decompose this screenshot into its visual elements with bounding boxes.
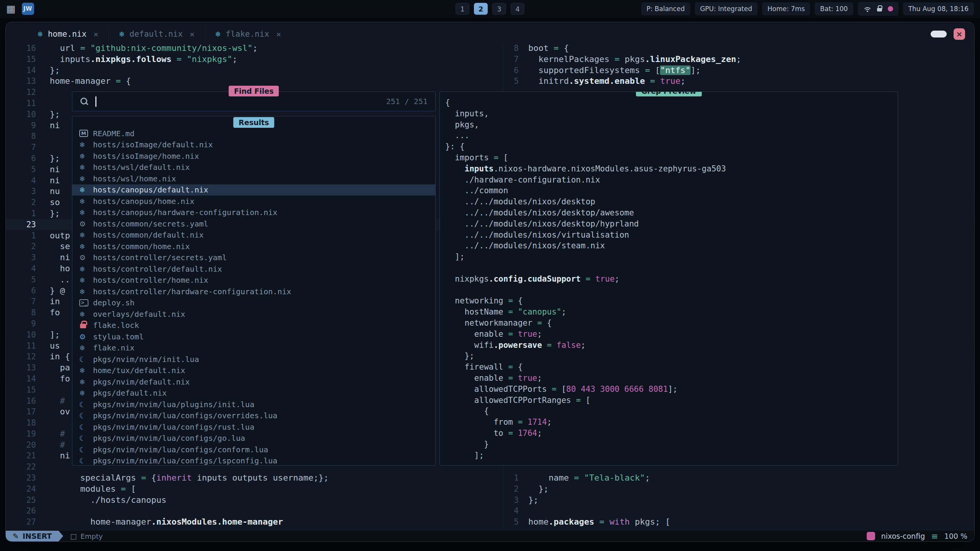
match-count: 251 / 251 <box>386 97 428 106</box>
close-tab-icon[interactable]: × <box>189 29 194 39</box>
result-item[interactable]: pkgs/nvim/nvim/lua/configs/go.lua <box>72 433 435 444</box>
find-files-title: Find Files <box>229 86 279 96</box>
file-icon <box>79 320 93 330</box>
result-item[interactable]: pkgs/nvim/nvim/lua/configs/overrides.lua <box>72 410 435 422</box>
result-item[interactable]: hosts/controller/secrets.yaml <box>72 252 435 264</box>
find-files-results: Results README.md hosts/isoImage/default… <box>72 116 436 466</box>
result-item[interactable]: hosts/common/home.nix <box>72 241 435 252</box>
result-item[interactable]: deploy.sh <box>72 297 435 309</box>
tab[interactable]: ❄ default.nix × <box>108 25 204 43</box>
close-tab-icon[interactable]: × <box>276 29 281 39</box>
tab[interactable]: ❄ home.nix × <box>27 25 108 43</box>
line-number: 7 <box>6 142 50 153</box>
file-icon <box>79 174 93 184</box>
file-icon <box>79 264 93 274</box>
result-item[interactable]: hosts/common/default.nix <box>72 230 435 241</box>
workspace-button[interactable]: 4 <box>511 3 524 15</box>
line-number: 14 <box>6 373 50 385</box>
file-icon <box>79 185 93 195</box>
result-item[interactable]: pkgs/nvim/nvim/lua/configs/rust.lua <box>72 421 435 433</box>
result-label: pkgs/nvim/nvim/lua/configs/go.lua <box>93 434 245 443</box>
code-line: 13home-manager = { <box>6 76 503 87</box>
clock: Thu Aug 08, 18:16 <box>903 2 974 15</box>
file-icon <box>79 388 93 398</box>
status-pill-label: Bat: 100 <box>820 5 848 13</box>
line-number: 5 <box>6 274 50 285</box>
status-pill-label: Home: 7ms <box>768 5 805 13</box>
result-item[interactable]: flake.nix <box>72 342 435 354</box>
line-number: 13 <box>6 76 50 87</box>
workspace-button[interactable]: 2 <box>474 3 488 15</box>
status-line-right: nixos-config ≡ 100 % <box>867 531 974 541</box>
tab[interactable]: ❄ flake.nix × <box>205 25 291 43</box>
file-icon <box>79 162 93 172</box>
result-item[interactable]: hosts/wsl/home.nix <box>72 173 435 184</box>
result-item[interactable]: stylua.toml <box>72 331 435 342</box>
result-item[interactable]: pkgs/nvim/nvim/lua/configs/lspconfig.lua <box>72 455 435 466</box>
code-line: ../../modules/nixos/desktop/awesome <box>445 207 898 218</box>
workspace-label: 3 <box>497 5 501 13</box>
code-line: 24 modules = [ <box>6 484 503 495</box>
close-window-button[interactable]: × <box>954 28 965 40</box>
indicator-dot-icon <box>888 6 893 11</box>
logo-badge[interactable]: JW <box>22 3 34 15</box>
code-line: 16 url = "github:nix-community/nixos-wsl… <box>6 43 503 54</box>
code-line: pkgs, <box>445 119 898 130</box>
line-number: 1 <box>503 473 528 484</box>
line-number: 24 <box>6 484 50 495</box>
result-label: hosts/wsl/default.nix <box>93 163 190 172</box>
file-icon <box>79 399 93 409</box>
result-item[interactable]: hosts/controller/hardware-configuration.… <box>72 286 435 297</box>
result-item[interactable]: hosts/canopus/default.nix <box>72 184 435 196</box>
file-icon <box>79 422 93 432</box>
nix-snowflake-icon: ❄ <box>215 30 221 38</box>
result-item[interactable]: hosts/common/secrets.yaml <box>72 218 435 230</box>
line-number: 6 <box>503 65 528 76</box>
status-line: INSERT Empty nixos-config ≡ 100 % <box>6 531 974 541</box>
code-line: 5home.packages = with pkgs; [ <box>503 517 974 528</box>
result-item[interactable]: README.md <box>72 128 435 139</box>
result-label: pkgs/nvim/nvim/lua/configs/overrides.lua <box>93 411 278 420</box>
result-item[interactable]: pkgs/nvim/nvim/lua/configs/conform.lua <box>72 444 435 455</box>
line-number: 2 <box>6 197 50 208</box>
result-item[interactable]: hosts/controller/default.nix <box>72 263 435 275</box>
result-item[interactable]: overlays/default.nix <box>72 308 435 320</box>
find-files-prompt[interactable]: Find Files 251 / 251 <box>72 91 436 111</box>
mode-label: INSERT <box>23 532 52 540</box>
result-item[interactable]: pkgs/nvim/default.nix <box>72 376 435 388</box>
result-item[interactable]: hosts/wsl/default.nix <box>72 162 435 173</box>
line-number: 3 <box>6 186 50 197</box>
result-item[interactable]: pkgs/nvim/nvim/init.lua <box>72 354 435 365</box>
result-item[interactable]: flake.lock <box>72 320 435 331</box>
workspace-button[interactable]: 3 <box>492 3 506 15</box>
code-line: 25 ./hosts/canopus <box>6 495 503 506</box>
code-line: }; <box>445 350 898 362</box>
status-pill: Bat: 100 <box>815 2 853 15</box>
result-item[interactable]: pkgs/default.nix <box>72 388 435 399</box>
workspace-button[interactable]: 1 <box>456 3 469 15</box>
result-item[interactable]: hosts/canopus/hardware-configuration.nix <box>72 207 435 218</box>
result-item[interactable]: home/tux/default.nix <box>72 365 435 377</box>
result-label: hosts/controller/default.nix <box>93 264 222 274</box>
file-status: Empty <box>63 532 109 540</box>
status-pill-label: GPU: Integrated <box>700 5 752 13</box>
result-item[interactable]: pkgs/nvim/nvim/lua/plugins/init.lua <box>72 399 435 410</box>
code-line: ../../modules/nixos/desktop/hyprland <box>445 218 898 230</box>
file-icon <box>79 332 93 342</box>
window-controls: × <box>931 28 974 40</box>
result-item[interactable]: hosts/isoImage/default.nix <box>72 139 435 151</box>
result-item[interactable]: hosts/isoImage/home.nix <box>72 150 435 162</box>
apps-grid-icon[interactable]: ▦ <box>6 4 16 14</box>
result-label: pkgs/nvim/nvim/lua/configs/rust.lua <box>93 422 254 432</box>
result-item[interactable]: hosts/controller/home.nix <box>72 275 435 286</box>
nix-snowflake-icon: ❄ <box>37 30 43 38</box>
line-number: 2 <box>503 484 528 495</box>
close-tab-icon[interactable]: × <box>93 29 98 39</box>
tab-group: ❄ home.nix × ❄ default.nix × ❄ flake.nix… <box>27 25 291 43</box>
pin-toggle[interactable] <box>931 31 947 37</box>
line-number: 18 <box>6 417 50 429</box>
code-line: 23 specialArgs = {inherit inputs outputs… <box>6 473 503 484</box>
result-label: pkgs/default.nix <box>93 388 167 398</box>
result-item[interactable]: hosts/canopus/home.nix <box>72 196 435 207</box>
result-label: hosts/canopus/home.nix <box>93 197 194 206</box>
